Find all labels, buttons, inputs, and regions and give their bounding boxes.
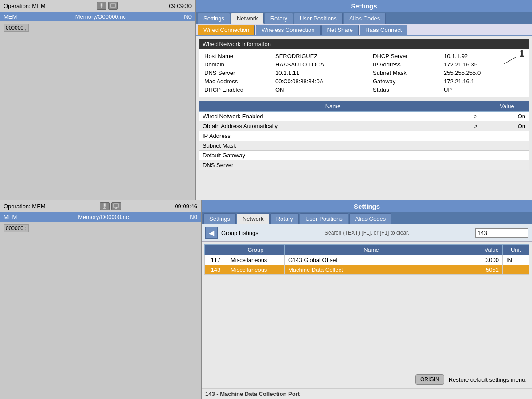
tab-network-bot[interactable]: Network <box>237 213 270 224</box>
row-num-143: 143 <box>205 265 227 275</box>
search-area: ◀ Group Listings Search (TEXT) [F1], or … <box>202 224 532 242</box>
origin-button[interactable]: ORIGIN <box>415 374 444 385</box>
tab-settings-top[interactable]: Settings <box>198 13 230 24</box>
monitor-icon <box>108 2 118 10</box>
tab-settings-bot[interactable]: Settings <box>203 213 236 224</box>
annotation-1: 1 <box>519 48 524 59</box>
top-time: 09:09:30 <box>169 3 192 9</box>
lbl-dhcp-enabled: DHCP Enabled <box>204 86 275 93</box>
top-status-bar: Operation: MEM 09:09:30 <box>0 0 195 12</box>
row-name-143: Machine Data Collect <box>285 265 458 275</box>
origin-btn-area: ORIGIN Restore default settings menu. <box>202 371 532 388</box>
row-val-117: 0.000 <box>458 255 503 265</box>
val-mac: 00:C0:08:88:34:0A <box>275 78 373 85</box>
col-value: Value <box>485 101 529 112</box>
tab-rotary-bot[interactable]: Rotary <box>270 213 299 224</box>
top-content-area: Wired Network Information Host Name SERO… <box>196 36 532 200</box>
col-group: Group <box>227 245 285 255</box>
row-arrow <box>467 160 485 170</box>
row-name-117: G143 Global Offset <box>285 255 458 265</box>
top-tab-bar: Settings Network Rotary User Positions A… <box>196 12 532 24</box>
search-input[interactable] <box>475 228 528 238</box>
footer-text: 143 - Machine Data Collection Port <box>202 388 532 399</box>
table-row-selected[interactable]: 143 Miscellaneous Machine Data Collect 5… <box>205 265 529 275</box>
wired-info-header: Wired Network Information <box>199 39 529 49</box>
bottom-code-label: 000000 ; <box>4 224 29 232</box>
subtab-wireless[interactable]: Wireless Connection <box>256 25 320 35</box>
lbl-domain: Domain <box>204 61 275 68</box>
lbl-dns: DNS Server <box>204 70 275 76</box>
tab-network-top[interactable]: Network <box>231 13 264 24</box>
bottom-settings-title: Settings <box>202 200 532 212</box>
tab-userpos-top[interactable]: User Positions <box>294 13 343 24</box>
row-obtain-addr: Obtain Address Automatically <box>199 121 467 131</box>
row-group-143: Miscellaneous <box>227 265 285 275</box>
tab-rotary-top[interactable]: Rotary <box>265 13 293 24</box>
svg-rect-9 <box>113 204 119 207</box>
svg-rect-3 <box>110 4 116 7</box>
top-code-label: 000000 ; <box>4 24 29 32</box>
table-row: Wired Network Enabled > On <box>199 112 529 121</box>
lbl-hostname: Host Name <box>204 53 275 59</box>
row-val <box>485 160 529 170</box>
top-subtab-bar: Wired Connection Wireless Connection Net… <box>196 24 532 36</box>
row-val <box>485 131 529 141</box>
row-ip-addr: IP Address <box>199 131 467 141</box>
bottom-operation-label: Operation: MEM <box>4 203 46 210</box>
subtab-wired[interactable]: Wired Connection <box>198 25 255 35</box>
subtab-haas[interactable]: Haas Connect <box>360 25 407 35</box>
bottom-mem-bar: MEM Memory/O00000.nc N0 <box>0 212 201 222</box>
wired-info-grid: Host Name SERODRIGUEZ DHCP Server 10.1.1… <box>199 49 529 97</box>
col-num <box>205 245 227 255</box>
tab-userpos-bot[interactable]: User Positions <box>300 213 348 224</box>
row-subnet: Subnet Mask <box>199 141 467 151</box>
bottom-mem-code: N0 <box>190 214 197 220</box>
top-mem-file: Memory/O00000.nc <box>75 13 126 20</box>
lbl-status: Status <box>373 86 444 93</box>
col-unit: Unit <box>503 245 529 255</box>
lbl-gateway: Gateway <box>373 78 444 85</box>
table-row: Default Gateway <box>199 151 529 160</box>
table-row[interactable]: 117 Miscellaneous G143 Global Offset 0.0… <box>205 255 529 265</box>
bottom-tab-bar: Settings Network Rotary User Positions A… <box>202 212 532 224</box>
val-domain: HAASAUTO.LOCAL <box>275 61 373 68</box>
top-mem-bar: MEM Memory/O00000.nc N0 <box>0 12 195 21</box>
col-arrow <box>467 101 485 112</box>
row-arrow <box>467 141 485 151</box>
table-row: IP Address <box>199 131 529 141</box>
val-ip: 172.21.16.35 <box>444 61 524 68</box>
lbl-subnet: Subnet Mask <box>373 70 444 76</box>
val-status: UP <box>444 86 524 93</box>
svg-rect-6 <box>104 203 106 207</box>
top-mem-mode: MEM <box>4 13 17 20</box>
row-val: On <box>485 112 529 121</box>
col-name: Name <box>199 101 467 112</box>
subtab-netshare[interactable]: Net Share <box>321 25 359 35</box>
lbl-ip: IP Address <box>373 61 444 68</box>
wired-settings-table: Name Value Wired Network Enabled > On Ob… <box>199 101 529 170</box>
lbl-dhcp-server: DHCP Server <box>373 53 444 59</box>
top-code-area: 000000 ; <box>0 21 195 200</box>
lbl-mac: Mac Address <box>204 78 275 85</box>
col-value-b: Value <box>458 245 503 255</box>
wired-info-box: Wired Network Information Host Name SERO… <box>199 39 529 97</box>
row-group-117: Miscellaneous <box>227 255 285 265</box>
row-val-143: 5051 <box>458 265 503 275</box>
top-operation-label: Operation: MEM <box>4 3 46 9</box>
row-unit-117: IN <box>503 255 529 265</box>
row-gateway: Default Gateway <box>199 151 467 160</box>
tab-alias-bot[interactable]: Alias Codes <box>349 213 391 224</box>
row-num-117: 117 <box>205 255 227 265</box>
table-row: Subnet Mask <box>199 141 529 151</box>
row-arrow <box>467 131 485 141</box>
tab-alias-top[interactable]: Alias Codes <box>344 13 386 24</box>
back-button[interactable]: ◀ <box>205 227 218 239</box>
group-table: Group Name Value Unit 117 Miscellaneous … <box>204 244 529 275</box>
group-listings-label: Group Listings <box>221 230 258 236</box>
row-arrow: > <box>467 121 485 131</box>
table-row: DNS Server <box>199 160 529 170</box>
bottom-status-bar: Operation: MEM 09:09:46 <box>0 200 201 212</box>
usb-icon <box>97 2 106 10</box>
table-row: Obtain Address Automatically > On <box>199 121 529 131</box>
svg-rect-0 <box>101 3 102 6</box>
